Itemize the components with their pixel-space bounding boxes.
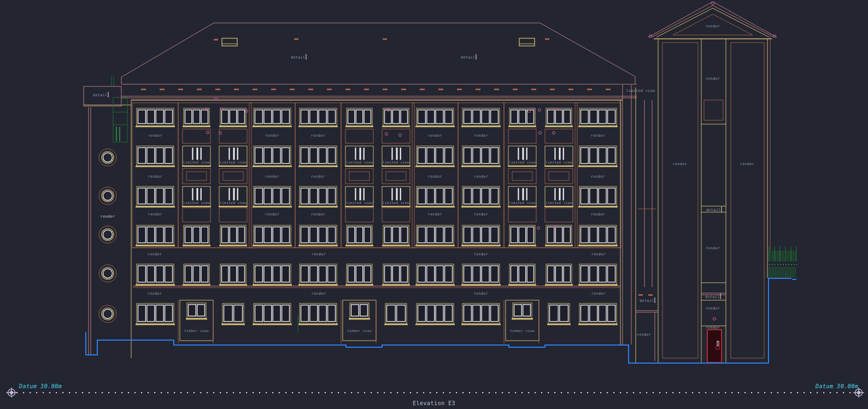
- window-pane: [255, 227, 263, 243]
- spandrel-panel: [219, 168, 247, 184]
- datum-dot: [502, 392, 503, 393]
- elevation-drawing[interactable]: limited viewlimited viewlimited viewlimi…: [0, 0, 868, 409]
- label-limited-view: limited view: [220, 160, 247, 164]
- datum-dot: [600, 392, 601, 393]
- eaves-dash: [494, 89, 499, 90]
- window-pane: [491, 110, 498, 124]
- window-pane: [427, 227, 435, 243]
- window-pane: [310, 110, 318, 124]
- label-render: render: [706, 24, 720, 28]
- datum-dot: [69, 392, 70, 393]
- window-sill: [415, 324, 455, 325]
- window-pane: [436, 148, 443, 163]
- window-sill: [578, 166, 618, 167]
- eaves-dash: [457, 89, 462, 90]
- datum-dot: [521, 392, 523, 393]
- datum-dot: [102, 392, 103, 393]
- window-pane: [445, 148, 453, 163]
- window-pane: [590, 305, 597, 322]
- window-pane: [156, 110, 163, 124]
- window-pane: [608, 110, 615, 124]
- window-sill: [382, 245, 410, 247]
- datum-dot: [384, 392, 385, 393]
- window-sill: [182, 206, 211, 207]
- porthole-window: [103, 153, 113, 162]
- window-pane: [264, 227, 272, 243]
- window-sill: [382, 206, 410, 207]
- datum-dot: [712, 392, 713, 393]
- datum-dot: [672, 392, 673, 393]
- label-detail: detail: [291, 55, 305, 60]
- hedge-dot: [785, 264, 787, 265]
- datum-dot: [626, 392, 627, 393]
- window-pane: [273, 188, 280, 204]
- window-pane: [427, 266, 435, 282]
- window-sill: [183, 245, 210, 247]
- datum-dot: [43, 392, 44, 393]
- window-pane: [282, 266, 290, 282]
- datum-dot: [233, 392, 234, 393]
- window-sill: [219, 245, 247, 247]
- label-timber-view: timber view: [347, 329, 372, 332]
- rect: [222, 38, 237, 46]
- window-pane: [165, 148, 173, 163]
- door-swing-marker: [245, 110, 248, 113]
- window-pane: [464, 110, 472, 124]
- window-sill: [219, 284, 247, 286]
- window-pane: [482, 110, 489, 124]
- label-render: render: [265, 174, 279, 179]
- window-pane: [310, 266, 318, 282]
- datum-dot: [836, 392, 837, 393]
- datum-dot: [810, 392, 811, 393]
- label-render: render: [312, 252, 326, 256]
- window-sill: [253, 284, 292, 286]
- window-pane: [328, 266, 336, 282]
- datum-dot: [351, 392, 352, 393]
- window-pane: [156, 227, 163, 243]
- window-pane: [238, 110, 244, 124]
- label-render: render: [474, 252, 488, 256]
- window-sill: [545, 284, 573, 286]
- datum-dot: [279, 392, 280, 393]
- datum-dot: [567, 392, 568, 393]
- label-render: render: [740, 162, 754, 166]
- datum-dot: [640, 392, 641, 393]
- window-pane: [138, 188, 146, 204]
- datum-dot: [193, 392, 195, 393]
- datum-dot: [817, 392, 818, 393]
- window-pane: [473, 227, 480, 243]
- window-pane: [348, 266, 355, 282]
- label-render: render: [311, 212, 325, 217]
- eaves-dash: [141, 89, 146, 90]
- label-render: render: [148, 174, 162, 179]
- label-detail: detail: [640, 299, 654, 303]
- window-pane: [564, 110, 570, 124]
- label-limited-view: limited view: [383, 201, 409, 204]
- window-pane: [319, 110, 326, 124]
- window-pane: [138, 227, 146, 243]
- datum-dot: [259, 392, 260, 393]
- spandrel-panel-inner: [386, 172, 406, 180]
- datum-dot: [36, 392, 37, 393]
- hedge-dot: [780, 264, 781, 265]
- datum-dot: [482, 392, 483, 393]
- window-pane: [590, 188, 597, 204]
- label-render: render: [311, 133, 325, 138]
- window-pane: [328, 188, 336, 204]
- datum-dot: [541, 392, 542, 393]
- window-pane: [599, 110, 606, 124]
- cad-viewport[interactable]: limited viewlimited viewlimited viewlimi…: [0, 0, 868, 409]
- datum-dot: [580, 392, 582, 393]
- slit-glazing-bar: [360, 188, 361, 200]
- label-render: render: [428, 133, 442, 138]
- window-pane: [264, 305, 272, 322]
- window-sill: [219, 206, 248, 207]
- window-pane: [473, 266, 480, 282]
- window-pane: [436, 305, 443, 322]
- slit-glazing-bar: [355, 188, 356, 200]
- datum-dot: [495, 392, 496, 393]
- datum-dot: [410, 392, 411, 393]
- roof-dash: [383, 38, 387, 40]
- window-pane: [301, 148, 309, 163]
- datum-dot: [148, 392, 149, 393]
